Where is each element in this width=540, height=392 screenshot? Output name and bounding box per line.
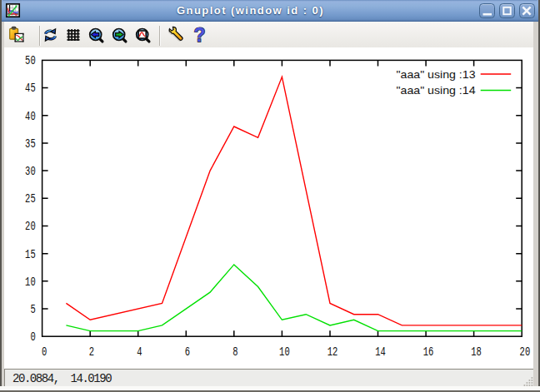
svg-text:14: 14 — [375, 345, 386, 359]
svg-text:"aaa" using :14: "aaa" using :14 — [397, 84, 476, 97]
svg-text:0: 0 — [42, 345, 47, 359]
svg-text:20: 20 — [25, 220, 36, 233]
svg-text:35: 35 — [25, 137, 36, 151]
svg-text:6: 6 — [185, 345, 190, 359]
svg-text:30: 30 — [25, 165, 36, 178]
svg-text:"aaa" using :13: "aaa" using :13 — [397, 68, 476, 81]
svg-text:15: 15 — [25, 248, 36, 261]
svg-text:8: 8 — [232, 345, 238, 359]
svg-text:12: 12 — [328, 345, 338, 359]
svg-text:18: 18 — [471, 345, 482, 359]
svg-text:45: 45 — [25, 82, 36, 95]
svg-text:2: 2 — [89, 345, 94, 359]
svg-text:25: 25 — [25, 192, 36, 206]
svg-text:40: 40 — [25, 110, 36, 123]
svg-text:10: 10 — [25, 275, 36, 289]
svg-text:5: 5 — [30, 303, 35, 316]
svg-text:10: 10 — [279, 345, 290, 359]
svg-text:16: 16 — [423, 345, 434, 359]
svg-text:4: 4 — [137, 345, 142, 359]
svg-text:0: 0 — [30, 330, 35, 344]
svg-text:50: 50 — [25, 54, 36, 67]
svg-text:20: 20 — [520, 345, 531, 359]
